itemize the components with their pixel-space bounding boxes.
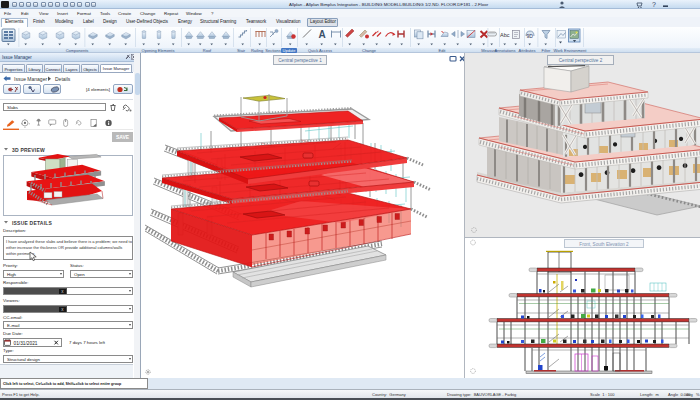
svg-text:A: A xyxy=(319,29,326,40)
svg-text:Details: Details xyxy=(55,76,71,82)
svg-text:?: ? xyxy=(652,1,656,8)
svg-text:Abc: Abc xyxy=(500,32,510,38)
svg-text:01/31/2021: 01/31/2021 xyxy=(14,341,38,346)
svg-text:9D: 9D xyxy=(527,33,534,39)
svg-text:ISSUE DETAILS: ISSUE DETAILS xyxy=(12,220,52,226)
svg-text:3D PREVIEW: 3D PREVIEW xyxy=(12,147,45,153)
svg-text:Issue Manager: Issue Manager xyxy=(14,76,47,82)
